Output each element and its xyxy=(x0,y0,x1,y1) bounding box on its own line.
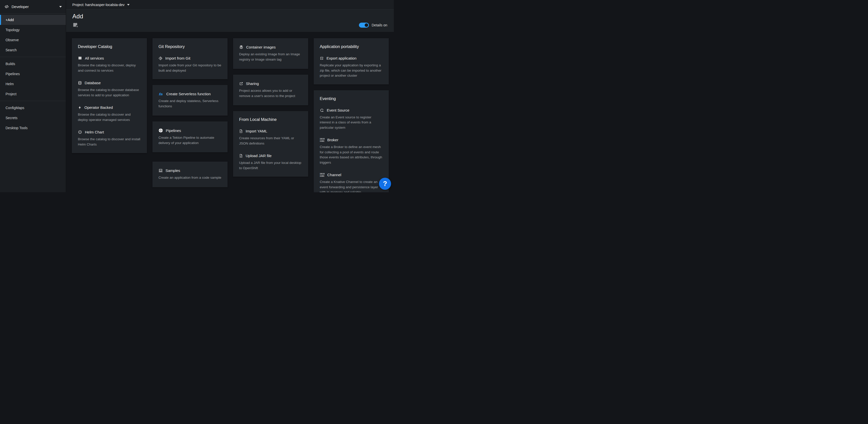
share-icon xyxy=(239,82,243,86)
card-serverless-function: fn Create Serverless function Create and… xyxy=(152,85,227,116)
database-icon xyxy=(78,81,82,85)
item-title: Event Source xyxy=(327,108,349,112)
perspective-label: Developer xyxy=(11,4,29,9)
help-button[interactable]: ? xyxy=(379,178,391,190)
sidebar-item-search[interactable]: Search xyxy=(0,45,66,55)
card-from-local-machine: From Local Machine Import YAML Create re… xyxy=(233,111,308,177)
add-cards-area: Developer Catalog All services Browse th… xyxy=(66,32,394,192)
card-git-repository: Git Repository Import from Git Import co… xyxy=(152,38,227,79)
project-selector[interactable]: Project: harshcasper-localsta-dev xyxy=(66,3,130,7)
project-label: Project: harshcasper-localsta-dev xyxy=(72,3,125,7)
svg-text:IIOII: IIOII xyxy=(320,140,324,142)
sidebar-item-pipelines[interactable]: Pipelines xyxy=(0,69,66,79)
card-title: From Local Machine xyxy=(239,117,302,122)
code-icon xyxy=(4,4,9,9)
item-description: Create a Knative Channel to create an ev… xyxy=(320,179,383,192)
item-title: All services xyxy=(85,56,104,60)
details-toggle-switch[interactable] xyxy=(359,23,369,28)
card-column-1: Developer Catalog All services Browse th… xyxy=(72,38,147,159)
item-title: Operator Backed xyxy=(84,105,113,110)
book-plus-icon[interactable] xyxy=(72,22,78,28)
laptop-code-icon xyxy=(158,168,163,173)
item-description: Create and deploy stateless, Serverless … xyxy=(158,98,221,109)
sidebar-item-desktop-tools[interactable]: Desktop Tools xyxy=(0,123,66,133)
item-description: Replicate your application by exporting … xyxy=(320,63,383,78)
sidebar-item-builds[interactable]: Builds xyxy=(0,59,66,69)
main-area: Project: harshcasper-localsta-dev Add De… xyxy=(66,0,394,192)
card-item-container-images[interactable]: Container images Deploy an existing Imag… xyxy=(239,45,302,62)
card-item-import-yaml[interactable]: Import YAML Create resources from their … xyxy=(239,129,302,146)
card-item-event-source[interactable]: Event Source Create an Event source to r… xyxy=(320,108,383,131)
details-toggle-group: Details on xyxy=(359,23,388,28)
card-item-export-application[interactable]: Export application Replicate your applic… xyxy=(320,56,383,78)
card-item-sharing[interactable]: Sharing Project access allows you to add… xyxy=(239,81,302,98)
card-item-all-services[interactable]: All services Browse the catalog to disco… xyxy=(78,56,141,73)
card-item-pipelines[interactable]: Pipelines Create a Tekton Pipeline to au… xyxy=(158,128,221,145)
svg-text:IIOII: IIOII xyxy=(320,175,324,177)
item-description: Upload a JAR file from your local deskto… xyxy=(239,160,302,171)
item-description: Browse the catalog to discover and deplo… xyxy=(78,112,141,122)
item-title: Broker xyxy=(327,138,338,142)
toggle-knob xyxy=(365,23,368,27)
item-description: Create a Tekton Pipeline to automate del… xyxy=(158,135,221,145)
sidebar-nav: +Add Topology Observe Search Builds Pipe… xyxy=(0,13,66,133)
item-title: Create Serverless function xyxy=(166,92,211,96)
sidebar-item-topology[interactable]: Topology xyxy=(0,25,66,35)
card-item-operator-backed[interactable]: Operator Backed Browse the catalog to di… xyxy=(78,105,141,122)
card-item-create-serverless-function[interactable]: fn Create Serverless function Create and… xyxy=(158,92,221,109)
item-title: Helm Chart xyxy=(85,130,104,134)
card-item-import-from-git[interactable]: Import from Git Import code from your Gi… xyxy=(158,56,221,73)
chevron-down-icon xyxy=(127,4,130,5)
sidebar-item-helm[interactable]: Helm xyxy=(0,79,66,89)
card-samples: Samples Create an application from a cod… xyxy=(152,162,227,187)
item-title: Samples xyxy=(165,168,180,173)
card-eventing: Eventing Event Source Create an Event so… xyxy=(314,90,389,192)
sidebar-divider xyxy=(0,101,66,101)
sidebar-item-configmaps[interactable]: ConfigMaps xyxy=(0,103,66,113)
card-column-3: Container images Deploy an existing Imag… xyxy=(233,38,308,182)
card-item-helm-chart[interactable]: Helm Chart Browse the catalog to discove… xyxy=(78,130,141,147)
item-title: Channel xyxy=(327,173,341,177)
item-description: Deploy an existing Image from an Image r… xyxy=(239,52,302,62)
card-item-channel[interactable]: IOIOIIOII Channel Create a Knative Chann… xyxy=(320,173,383,192)
item-description: Create resources from their YAML or JSON… xyxy=(239,136,302,146)
card-item-samples[interactable]: Samples Create an application from a cod… xyxy=(158,168,221,180)
card-column-2: Git Repository Import from Git Import co… xyxy=(152,38,227,192)
sidebar-item-secrets[interactable]: Secrets xyxy=(0,113,66,123)
card-title: Application portability xyxy=(320,44,383,49)
layers-icon xyxy=(239,45,243,49)
card-application-portability: Application portability Export applicati… xyxy=(314,38,389,84)
item-description: Project access allows you to add or remo… xyxy=(239,88,302,98)
sidebar-item-observe[interactable]: Observe xyxy=(0,35,66,45)
sidebar-item-project[interactable]: Project xyxy=(0,89,66,99)
sidebar: Developer +Add Topology Observe Search B… xyxy=(0,0,66,192)
book-open-icon xyxy=(78,56,82,60)
card-item-upload-jar-file[interactable]: Upload JAR file Upload a JAR file from y… xyxy=(239,153,302,171)
card-container-images: Container images Deploy an existing Imag… xyxy=(233,38,308,69)
item-description: Create an application from a code sample xyxy=(158,175,221,180)
item-title: Database xyxy=(85,81,101,85)
page-title: Add xyxy=(72,13,388,20)
item-title: Upload JAR file xyxy=(246,153,272,158)
item-title: Sharing xyxy=(246,81,259,86)
sidebar-item-add[interactable]: +Add xyxy=(0,15,66,25)
details-toggle-label: Details on xyxy=(372,23,387,27)
item-description: Browse the catalog to discover and insta… xyxy=(78,137,141,147)
card-column-4: Application portability Export applicati… xyxy=(314,38,389,192)
helm-icon xyxy=(78,130,82,134)
channel-icon: IOIOIIOII xyxy=(320,173,324,177)
perspective-switcher[interactable]: Developer xyxy=(0,0,66,13)
export-icon xyxy=(320,56,324,60)
item-title: Import from Git xyxy=(165,56,190,60)
event-source-icon xyxy=(320,108,324,112)
item-title: Export application xyxy=(327,56,356,60)
item-description: Browse the catalog to discover, deploy a… xyxy=(78,63,141,73)
app-window: Developer +Add Topology Observe Search B… xyxy=(0,0,394,192)
item-title: Import YAML xyxy=(246,129,267,133)
card-item-broker[interactable]: IOIOIIOII Broker Create a Broker to defi… xyxy=(320,138,383,165)
card-item-database[interactable]: Database Browse the catalog to discover … xyxy=(78,81,141,98)
masthead: Project: harshcasper-localsta-dev xyxy=(66,0,394,9)
card-sharing: Sharing Project access allows you to add… xyxy=(233,75,308,105)
card-title: Developer Catalog xyxy=(78,44,141,49)
svg-text:fn: fn xyxy=(159,92,163,96)
